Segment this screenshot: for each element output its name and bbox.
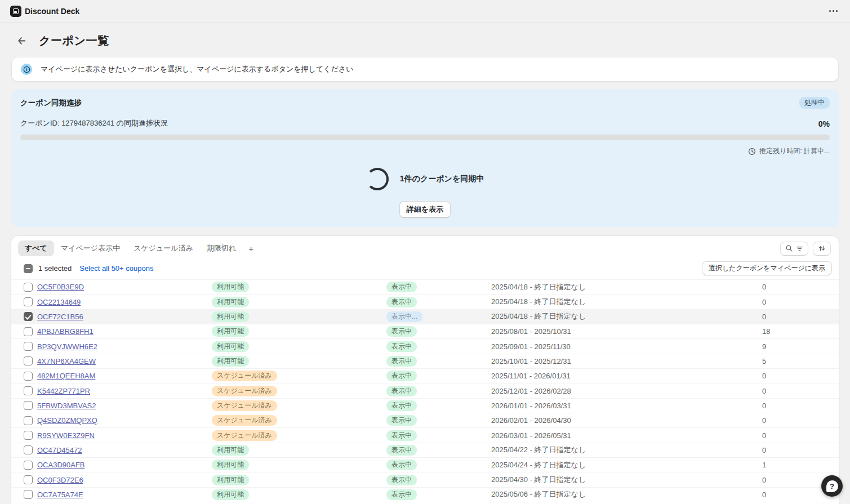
- tab-3[interactable]: 期限切れ: [200, 240, 243, 256]
- display-badge: 表示中: [386, 445, 417, 456]
- row-checkbox[interactable]: [24, 461, 33, 470]
- sync-subtitle: クーポンID: 1279487836241 の同期進捗状況: [20, 118, 168, 128]
- clock-icon: [748, 148, 756, 155]
- table-row: OC5F0B3E9D 利用可能 表示中 2025/04/18 - 終了日指定なし…: [11, 279, 839, 294]
- coupon-code-link[interactable]: 5FBWD3MBVAS2: [37, 402, 96, 410]
- coupon-table-body: OC5F0B3E9D 利用可能 表示中 2025/04/18 - 終了日指定なし…: [11, 279, 839, 504]
- tab-2[interactable]: スケジュール済み: [127, 240, 200, 256]
- usage-count: 5: [762, 357, 839, 365]
- coupon-code-link[interactable]: 4PBJABRG8FH1: [37, 327, 94, 336]
- table-row: BP3QVJWWH6E2 利用可能 表示中 2025/09/01 - 2025/…: [11, 338, 839, 353]
- coupon-code-link[interactable]: OCF72C1B56: [37, 313, 83, 321]
- row-checkbox[interactable]: [24, 475, 33, 484]
- sort-button[interactable]: [813, 242, 831, 256]
- page-title: クーポン一覧: [39, 33, 109, 48]
- sync-eta: 推定残り時間: 計算中...: [759, 146, 830, 156]
- usage-count: 0: [762, 431, 839, 440]
- coupon-code-link[interactable]: OC0F3D72E6: [37, 476, 83, 484]
- table-row: R9SYW0E3Z9FN スケジュール済み 表示中 2026/03/01 - 2…: [11, 427, 839, 442]
- sort-arrows-icon: [818, 244, 826, 252]
- row-checkbox[interactable]: [24, 401, 33, 410]
- display-badge: 表示中: [386, 371, 417, 381]
- row-checkbox[interactable]: [24, 327, 33, 336]
- table-row: 5FBWD3MBVAS2 スケジュール済み 表示中 2026/01/01 - 2…: [11, 398, 839, 413]
- status-badge: 利用可能: [212, 311, 249, 322]
- coupon-period: 2025/04/18 - 終了日指定なし: [491, 297, 762, 307]
- coupon-code-link[interactable]: K5442ZP771PR: [37, 387, 90, 395]
- overflow-menu-icon[interactable]: [827, 8, 840, 14]
- table-row: OCA3D90AFB 利用可能 表示中 2025/04/24 - 終了日指定なし…: [11, 457, 839, 472]
- display-badge: 表示中: [386, 460, 417, 470]
- app-title: Discount Deck: [25, 7, 79, 16]
- usage-count: 9: [762, 342, 839, 351]
- top-bar: Discount Deck: [0, 0, 850, 23]
- back-button[interactable]: [17, 36, 26, 46]
- select-all-checkbox[interactable]: [24, 264, 33, 273]
- row-checkbox[interactable]: [24, 490, 33, 499]
- status-badge: スケジュール済み: [212, 400, 277, 411]
- status-badge: 利用可能: [212, 460, 249, 470]
- coupon-table-card: すべて マイページ表示中 スケジュール済み 期限切れ +: [11, 236, 839, 504]
- display-badge: 表示中: [386, 341, 417, 352]
- usage-count: 0: [762, 402, 839, 410]
- status-badge: 利用可能: [212, 341, 249, 352]
- coupon-period: 2025/04/24 - 終了日指定なし: [491, 460, 762, 470]
- table-row: OC22134649 利用可能 表示中 2025/04/18 - 終了日指定なし…: [11, 294, 839, 309]
- status-badge: 利用可能: [212, 297, 249, 307]
- table-row: Q4SDZ0ZMQPXQ スケジュール済み 表示中 2026/02/01 - 2…: [11, 413, 839, 427]
- sync-percent: 0%: [818, 119, 830, 128]
- row-checkbox[interactable]: [24, 356, 33, 365]
- coupon-code-link[interactable]: R9SYW0E3Z9FN: [37, 431, 95, 440]
- coupon-code-link[interactable]: OC7A75A74E: [37, 490, 83, 499]
- status-badge: スケジュール済み: [212, 386, 277, 396]
- row-checkbox[interactable]: [24, 372, 33, 381]
- show-on-mypage-button[interactable]: 選択したクーポンをマイページに表示: [702, 261, 832, 275]
- coupon-period: 2026/01/01 - 2026/03/31: [491, 402, 762, 410]
- select-all-link[interactable]: Select all 50+ coupons: [79, 264, 153, 273]
- coupon-period: 2025/04/18 - 終了日指定なし: [491, 282, 762, 292]
- row-checkbox[interactable]: [24, 283, 33, 292]
- usage-count: 0: [762, 313, 839, 321]
- coupon-code-link[interactable]: OC5F0B3E9D: [37, 283, 84, 291]
- table-row: OC7A75A74E 利用可能 表示中 2025/05/06 - 終了日指定なし…: [11, 487, 839, 502]
- coupon-code-link[interactable]: Q4SDZ0ZMQPXQ: [37, 416, 97, 425]
- tab-1[interactable]: マイページ表示中: [54, 240, 127, 256]
- info-banner: マイページに表示させたいクーポンを選択し、マイページに表示するボタンを押してくだ…: [11, 57, 839, 82]
- search-icon: [785, 244, 793, 252]
- coupon-period: 2025/10/01 - 2025/12/31: [491, 357, 762, 365]
- add-tab-button[interactable]: +: [243, 242, 259, 255]
- arrow-left-icon: [17, 36, 26, 46]
- show-details-button[interactable]: 詳細を表示: [399, 201, 451, 218]
- status-badge: 利用可能: [212, 326, 249, 337]
- coupon-code-link[interactable]: 4X7NP6XA4GEW: [37, 357, 96, 365]
- row-checkbox[interactable]: [24, 297, 33, 306]
- help-chat-button[interactable]: ?: [821, 475, 843, 497]
- row-checkbox[interactable]: [24, 431, 33, 440]
- display-badge: 表示中: [386, 430, 417, 441]
- table-row: 4X7NP6XA4GEW 利用可能 表示中 2025/10/01 - 2025/…: [11, 354, 839, 368]
- usage-count: 0: [762, 283, 839, 291]
- status-badge: 利用可能: [212, 475, 249, 485]
- loading-spinner-icon: [366, 168, 389, 190]
- usage-count: 18: [762, 327, 839, 336]
- coupon-code-link[interactable]: OC47D45472: [37, 446, 82, 454]
- usage-count: 0: [762, 372, 839, 380]
- row-checkbox[interactable]: [24, 342, 33, 351]
- coupon-code-link[interactable]: BP3QVJWWH6E2: [37, 342, 97, 351]
- status-badge: 利用可能: [212, 356, 249, 367]
- tab-0[interactable]: すべて: [18, 240, 54, 256]
- coupon-code-link[interactable]: 482M1QEEH8AM: [37, 372, 95, 380]
- filter-icon: [796, 245, 803, 252]
- usage-count: 1: [762, 461, 839, 469]
- row-checkbox[interactable]: [24, 386, 33, 395]
- row-checkbox[interactable]: [24, 312, 33, 321]
- search-filter-button[interactable]: [780, 242, 808, 256]
- coupon-period: 2025/11/01 - 2026/01/31: [491, 372, 762, 380]
- display-badge: 表示中: [386, 489, 417, 500]
- row-checkbox[interactable]: [24, 445, 33, 454]
- display-badge: 表示中: [386, 400, 417, 411]
- usage-count: 0: [762, 416, 839, 425]
- coupon-code-link[interactable]: OC22134649: [37, 298, 81, 306]
- coupon-code-link[interactable]: OCA3D90AFB: [37, 461, 85, 469]
- row-checkbox[interactable]: [24, 416, 33, 425]
